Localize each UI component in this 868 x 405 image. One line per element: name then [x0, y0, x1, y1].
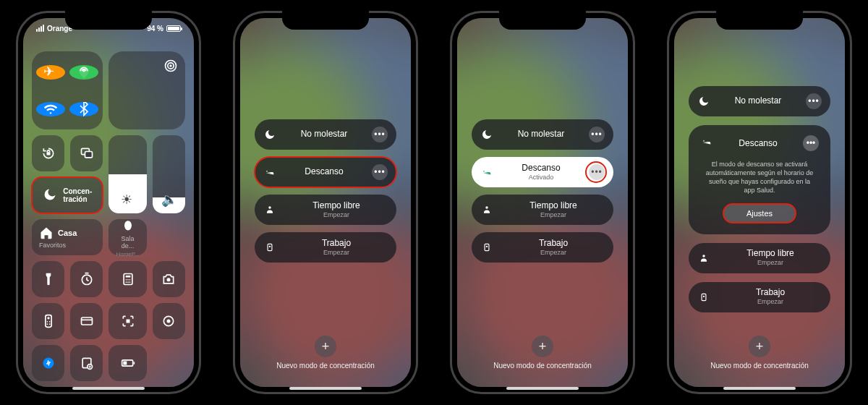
bluetooth-toggle[interactable] — [69, 102, 98, 116]
focus-dnd[interactable]: No molestar ••• — [255, 119, 396, 150]
bed-icon — [700, 137, 713, 150]
home-indicator[interactable] — [72, 387, 145, 390]
plus-icon: + — [749, 336, 770, 357]
wifi-toggle[interactable] — [36, 102, 65, 116]
svg-point-21 — [48, 321, 50, 323]
svg-point-27 — [167, 320, 171, 323]
svg-rect-6 — [85, 152, 92, 158]
focus-dnd[interactable]: No molestar ••• — [689, 86, 830, 116]
calculator-button[interactable] — [109, 261, 146, 297]
qr-scan-button[interactable] — [109, 303, 146, 339]
phone-focus-sleep-expanded: No molestar ••• Descanso ••• El modo de … — [667, 11, 852, 394]
more-button[interactable]: ••• — [806, 93, 822, 109]
focus-label: No molestar — [301, 129, 348, 140]
svg-rect-24 — [81, 317, 92, 325]
focus-label: Tiempo libre — [529, 201, 577, 211]
focus-work[interactable]: TrabajoEmpezar — [689, 282, 830, 312]
homepod-tile[interactable]: Sala de... HomeP... — [109, 219, 146, 255]
shazam-button[interactable] — [32, 345, 64, 381]
airplane-mode-toggle[interactable]: ✈︎ — [36, 65, 65, 80]
focus-sub: Empezar — [540, 249, 566, 256]
notch — [65, 11, 152, 30]
volume-slider[interactable]: 🔈 — [153, 135, 185, 213]
connectivity-tile[interactable]: ✈︎ — [32, 51, 103, 129]
focus-free-time[interactable]: Tiempo libreEmpezar — [689, 243, 830, 273]
home-indicator[interactable] — [723, 387, 796, 390]
screen-mirroring-button[interactable] — [70, 135, 103, 171]
control-center-grid: ✈︎ — [23, 18, 194, 387]
focus-dnd[interactable]: No molestar ••• — [472, 119, 613, 150]
person-icon — [480, 204, 493, 216]
phone-control-center: Orange 94 % ✈︎ — [16, 11, 201, 394]
focus-panel: No molestar ••• DescansoActivado ••• Tie… — [457, 18, 628, 387]
focus-work[interactable]: TrabajoEmpezar — [255, 232, 396, 263]
focus-free-time[interactable]: Tiempo libreEmpezar — [472, 195, 613, 225]
sleep-settings-button[interactable]: Ajustes — [723, 204, 796, 223]
screen: No molestar ••• Descanso ••• El modo de … — [674, 18, 845, 387]
new-focus-label: Nuevo modo de concentración — [493, 362, 592, 370]
brightness-slider[interactable]: ☀︎ — [109, 135, 146, 213]
person-icon — [263, 204, 276, 216]
svg-point-12 — [127, 279, 129, 281]
moon-icon — [697, 95, 710, 107]
svg-point-22 — [46, 323, 48, 325]
svg-rect-25 — [126, 320, 129, 323]
notch — [282, 11, 369, 30]
new-focus-button[interactable]: + Nuevo modo de concentración — [493, 336, 592, 380]
focus-sleep[interactable]: Descanso ••• — [255, 157, 396, 187]
new-focus-button[interactable]: + Nuevo modo de concentración — [710, 336, 809, 380]
focus-free-time[interactable]: Tiempo libreEmpezar — [255, 195, 396, 225]
home-indicator[interactable] — [506, 387, 579, 390]
more-button[interactable]: ••• — [589, 164, 605, 180]
focus-sub: Empezar — [540, 211, 566, 218]
sala-title: Sala de... — [116, 235, 139, 250]
home-tile[interactable]: Casa Favoritos — [32, 219, 103, 255]
focus-label: Concen- tración — [63, 187, 92, 203]
more-button[interactable]: ••• — [803, 135, 819, 151]
more-button[interactable]: ••• — [372, 164, 388, 180]
timer-button[interactable] — [70, 261, 103, 297]
speaker-icon: 🔈 — [161, 193, 176, 208]
focus-label: Descanso — [522, 163, 560, 174]
wallet-button[interactable] — [70, 303, 103, 339]
svg-point-3 — [170, 65, 171, 67]
home-icon — [39, 226, 54, 240]
badge-icon — [697, 291, 710, 303]
screen-record-button[interactable] — [153, 303, 185, 339]
new-focus-label: Nuevo modo de concentración — [276, 362, 375, 370]
focus-work[interactable]: TrabajoEmpezar — [472, 232, 613, 263]
notch — [716, 11, 803, 30]
cellular-data-toggle[interactable] — [69, 65, 98, 80]
svg-rect-10 — [125, 276, 130, 278]
home-indicator[interactable] — [289, 387, 362, 390]
focus-sleep-active[interactable]: DescansoActivado ••• — [472, 157, 613, 187]
signal-bars-icon — [36, 25, 44, 32]
more-button[interactable]: ••• — [589, 127, 605, 142]
screen: No molestar ••• Descanso ••• Tiempo libr… — [240, 18, 411, 387]
svg-rect-4 — [46, 152, 50, 155]
airplay-icon[interactable] — [163, 59, 178, 76]
svg-point-34 — [268, 206, 271, 209]
screen: No molestar ••• DescansoActivado ••• Tie… — [457, 18, 628, 387]
svg-point-37 — [485, 206, 488, 209]
now-playing-tile[interactable] — [109, 51, 185, 129]
low-power-button[interactable] — [109, 345, 146, 381]
new-focus-button[interactable]: + Nuevo modo de concentración — [276, 336, 375, 380]
camera-button[interactable] — [153, 261, 185, 297]
more-button[interactable]: ••• — [372, 127, 388, 142]
badge-icon — [480, 242, 493, 253]
bed-icon — [480, 167, 493, 177]
svg-rect-33 — [123, 362, 127, 365]
phone-focus-list: No molestar ••• Descanso ••• Tiempo libr… — [233, 11, 418, 394]
moon-icon — [263, 129, 276, 140]
home-subtitle: Favoritos — [39, 242, 66, 249]
notes-button[interactable] — [70, 345, 103, 381]
focus-tile[interactable]: Concen- tración — [32, 177, 103, 213]
apple-tv-remote-button[interactable] — [32, 303, 64, 339]
flashlight-button[interactable] — [32, 261, 64, 297]
svg-point-16 — [129, 281, 130, 283]
orientation-lock-toggle[interactable] — [32, 135, 64, 171]
focus-sub: Activado — [529, 174, 554, 181]
svg-point-42 — [703, 295, 705, 297]
badge-icon — [263, 242, 276, 253]
